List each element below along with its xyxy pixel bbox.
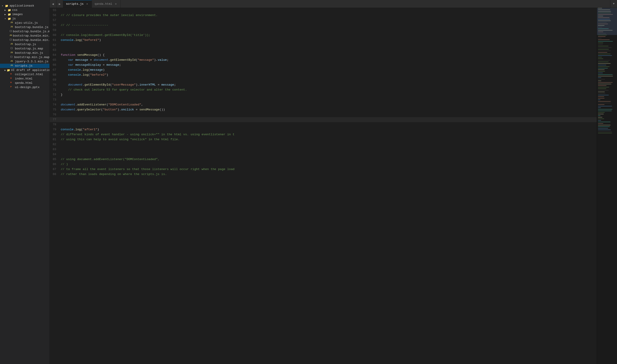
sidebar-item-bootstrap.js[interactable]: ▶JSbootstrap.js bbox=[0, 42, 50, 47]
line-number-72: 72 bbox=[50, 92, 60, 97]
line-number-82: 82 bbox=[50, 142, 60, 147]
line-number-80: 80 bbox=[50, 132, 60, 137]
code-line-58: 58// // -------------------- bbox=[50, 23, 597, 28]
line-number-61: 61 bbox=[50, 38, 60, 43]
sidebar-item-index.html[interactable]: ▶Hindex.html bbox=[0, 77, 50, 81]
sidebar-item-bootstrap.min.js[interactable]: ▶JSbootstrap.min.js bbox=[0, 51, 50, 55]
code-line-63: 63 bbox=[50, 48, 597, 52]
line-number-79: 79 bbox=[50, 127, 60, 132]
line-content-87: // to frame all the event listeners so t… bbox=[60, 167, 597, 172]
code-line-88: 88// rather than loads depending on wher… bbox=[50, 172, 597, 177]
sidebar-item-ui-design.pptx[interactable]: ▶Pui-design.pptx bbox=[0, 85, 50, 90]
code-line-83: 83 bbox=[50, 147, 597, 152]
line-number-69: 69 bbox=[50, 78, 60, 82]
tab-nav-forward[interactable]: ▶ bbox=[56, 0, 63, 8]
sidebar-item-collegelist.html[interactable]: ▶Hcollegelist.html bbox=[0, 72, 50, 77]
line-number-85: 85 bbox=[50, 157, 60, 162]
code-lines: 5556// // closure provides the outer lex… bbox=[50, 8, 597, 177]
sidebar-item-scripts.js[interactable]: ▶JSscripts.js bbox=[0, 64, 50, 68]
sidebar-item-ajas-utils.js[interactable]: ▶JSajas-utils.js bbox=[0, 21, 50, 25]
sidebar-item-bootstrap.bundle.js.map[interactable]: ▶{}bootstrap.bundle.js.map bbox=[0, 29, 50, 34]
sidebar-item-qanda.html[interactable]: ▶Hqanda.html bbox=[0, 81, 50, 85]
code-line-86: 86// ) bbox=[50, 162, 597, 167]
code-line-56: 56// // closure provides the outer lexci… bbox=[50, 13, 597, 18]
line-content-81: // using this can help to avoid using "o… bbox=[60, 137, 597, 142]
tab-scripts-js-close[interactable]: ✕ bbox=[85, 2, 89, 6]
sidebar-item-bootstrap.min.js.map[interactable]: ▶{}bootstrap.min.js.map bbox=[0, 55, 50, 59]
sidebar-item-css[interactable]: ▶📁css bbox=[0, 8, 50, 12]
line-content-70: document.getElementById("userMessage").i… bbox=[60, 82, 597, 87]
line-content-80: // different kinds of event handler - us… bbox=[60, 132, 597, 137]
line-number-88: 88 bbox=[50, 172, 60, 177]
code-line-60: 60// console.log(document.getElementById… bbox=[50, 33, 597, 38]
code-line-59: 59 bbox=[50, 28, 597, 33]
code-line-75: 75document.querySelector("button").oncli… bbox=[50, 107, 597, 112]
tab-qanda-html[interactable]: qanda.html ✕ bbox=[92, 0, 121, 8]
line-number-65: 65 bbox=[50, 58, 60, 63]
code-line-87: 87// to frame all the event listeners so… bbox=[50, 167, 597, 172]
tab-scripts-js[interactable]: scripts.js ✕ bbox=[63, 0, 92, 8]
line-content-60: // console.log(document.getElementById('… bbox=[60, 33, 597, 38]
sidebar: ▾📁applicationask▶📁css▶📁images▾📁js▶JSajas… bbox=[0, 0, 50, 364]
line-content-68: console.log("before2") bbox=[60, 73, 597, 78]
sidebar-item-bootstrap.js.map[interactable]: ▶{}bootstrap.js.map bbox=[0, 47, 50, 51]
line-content-61: console.log("before1") bbox=[60, 38, 597, 43]
minimap[interactable] bbox=[597, 8, 617, 364]
tab-qanda-html-close[interactable]: ✕ bbox=[114, 2, 118, 6]
code-line-82: 82 bbox=[50, 142, 597, 147]
code-line-72: 72} bbox=[50, 92, 597, 97]
tab-scripts-js-label: scripts.js bbox=[66, 2, 84, 6]
line-content-72: } bbox=[60, 92, 597, 97]
code-line-79: 79console.log("after1") bbox=[50, 127, 597, 132]
line-number-66: 66 bbox=[50, 63, 60, 67]
code-line-64: 64function sendMessage() { bbox=[50, 52, 597, 58]
code-container[interactable]: 5556// // closure provides the outer lex… bbox=[50, 8, 597, 364]
line-number-74: 74 bbox=[50, 102, 60, 107]
sidebar-item-images[interactable]: ▶📁images bbox=[0, 12, 50, 16]
line-content-58: // // -------------------- bbox=[60, 23, 597, 28]
line-content-65: var message = document.getElementById("m… bbox=[60, 58, 597, 63]
sidebar-item-jquery-3.3.1.min.js[interactable]: ▶JSjquery-3.3.1.min.js bbox=[0, 59, 50, 64]
code-line-73: 73 bbox=[50, 97, 597, 102]
code-line-66: 66 var messageDisplay = message; bbox=[50, 63, 597, 67]
line-number-63: 63 bbox=[50, 48, 60, 52]
line-content-74: document.addEventListener("DOMContentLoa… bbox=[60, 102, 597, 107]
line-number-78: 78 bbox=[50, 122, 60, 127]
sidebar-item-bootstrap.bundle.js[interactable]: ▶JSbootstrap.bundle.js bbox=[0, 25, 50, 29]
code-line-78: 78 bbox=[50, 122, 597, 127]
code-line-84: 84 bbox=[50, 152, 597, 157]
tab-qanda-html-label: qanda.html bbox=[95, 2, 112, 6]
line-content-71: // check out lecture 53 for query select… bbox=[60, 87, 597, 92]
line-content-67: console.log(message) bbox=[60, 67, 597, 73]
code-line-61: 61console.log("before1") bbox=[50, 38, 597, 43]
sidebar-header bbox=[0, 0, 50, 4]
sidebar-item-bootstrap.bundle.min.js.ma[interactable]: ▶{}bootstrap.bundle.min.js.ma bbox=[0, 38, 50, 42]
line-content-88: // rather than loads depending on where … bbox=[60, 172, 597, 177]
sidebar-item-bootstrap.bundle.min.js[interactable]: ▶JSbootstrap.bundle.min.js bbox=[0, 34, 50, 38]
line-number-86: 86 bbox=[50, 162, 60, 167]
tab-nav-back[interactable]: ◀ bbox=[50, 0, 56, 8]
line-number-76: 76 bbox=[50, 112, 60, 117]
line-number-84: 84 bbox=[50, 152, 60, 157]
line-content-79: console.log("after1") bbox=[60, 127, 597, 132]
line-number-73: 73 bbox=[50, 97, 60, 102]
line-number-56: 56 bbox=[50, 13, 60, 18]
sidebar-item-js[interactable]: ▾📁js bbox=[0, 16, 50, 21]
code-line-55: 55 bbox=[50, 8, 597, 13]
line-number-70: 70 bbox=[50, 82, 60, 87]
line-number-55: 55 bbox=[50, 8, 60, 13]
code-line-57: 57 bbox=[50, 18, 597, 23]
code-line-77: 77 bbox=[50, 117, 597, 122]
sidebar-item-root[interactable]: ▾📁applicationask bbox=[0, 4, 50, 8]
code-line-70: 70 document.getElementById("userMessage"… bbox=[50, 82, 597, 87]
code-line-81: 81// using this can help to avoid using … bbox=[50, 137, 597, 142]
sidebar-item-ui-draft[interactable]: ▶📁UI draft of applicationask.cor bbox=[0, 68, 50, 72]
line-number-58: 58 bbox=[50, 23, 60, 28]
line-number-57: 57 bbox=[50, 18, 60, 23]
line-number-75: 75 bbox=[50, 107, 60, 112]
main-editor: ◀ ▶ scripts.js ✕ qanda.html ✕ ▼ 5556// /… bbox=[50, 0, 617, 364]
tab-dropdown-btn[interactable]: ▼ bbox=[610, 0, 617, 8]
line-number-59: 59 bbox=[50, 28, 60, 33]
code-line-71: 71 // check out lecture 53 for query sel… bbox=[50, 87, 597, 92]
line-number-87: 87 bbox=[50, 167, 60, 172]
